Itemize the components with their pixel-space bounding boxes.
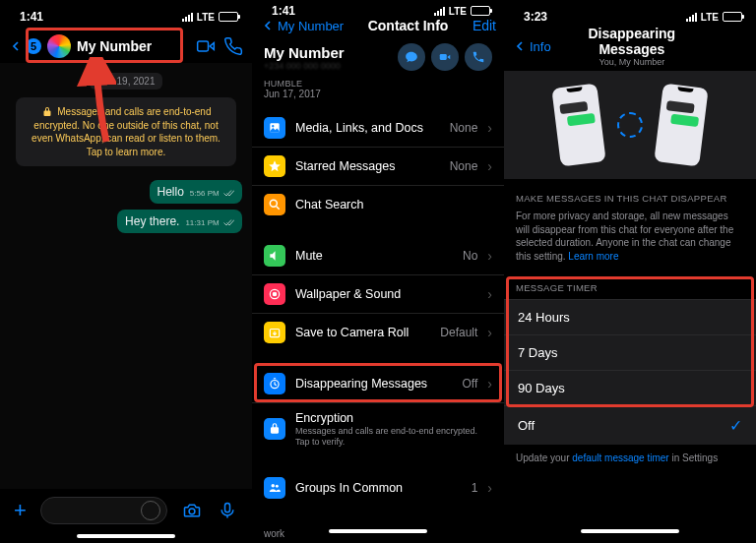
mic-button[interactable] [217, 500, 238, 521]
svg-point-10 [270, 200, 277, 207]
status-bar: 1:41 LTE [0, 0, 252, 30]
contact-phone-blurred: +234 000 000 0000 [264, 61, 392, 71]
network-label: LTE [197, 12, 215, 23]
search-row[interactable]: Chat Search [252, 185, 504, 223]
camera-button[interactable] [181, 500, 203, 521]
voice-call-icon[interactable] [222, 35, 244, 57]
lock-icon [264, 418, 285, 440]
battery-icon [723, 12, 742, 22]
timer-option-off[interactable]: Off✓ [504, 405, 756, 445]
starred-row[interactable]: Starred Messages None› [252, 147, 504, 185]
battery-icon [471, 6, 490, 16]
network-label: LTE [701, 12, 719, 23]
attach-button[interactable]: + [14, 498, 27, 523]
svg-rect-0 [198, 41, 209, 51]
status-time: 1:41 [20, 10, 43, 24]
groups-row[interactable]: Groups In Common 1› [252, 469, 504, 507]
edit-button[interactable]: Edit [472, 18, 496, 33]
call-action-icon[interactable] [465, 43, 492, 71]
svg-rect-4 [225, 504, 230, 513]
message-bubble[interactable]: Hey there.11:31 PM [117, 210, 242, 233]
groups-icon [264, 477, 285, 499]
video-action-icon[interactable] [431, 43, 459, 71]
message-bubble[interactable]: Hello5:56 PM [150, 180, 243, 204]
search-icon [264, 194, 285, 215]
chat-title[interactable]: My Number [77, 38, 189, 54]
screen-subtitle: You, My Number [557, 57, 707, 67]
message-action-icon[interactable] [398, 43, 425, 71]
svg-marker-1 [210, 43, 214, 50]
camera-roll-row[interactable]: Save to Camera Roll Default› [252, 313, 504, 351]
svg-point-17 [276, 484, 279, 487]
contact-navbar: My Number Contact Info Edit [252, 18, 504, 33]
video-call-icon[interactable] [195, 35, 217, 57]
mute-icon [264, 245, 285, 267]
media-row[interactable]: Media, Links, and Docs None› [252, 109, 504, 147]
illustration [504, 71, 756, 179]
encryption-row[interactable]: Encryption Messages and calls are end-to… [252, 402, 504, 455]
contact-name: My Number [264, 44, 392, 61]
chat-body[interactable]: Feb 19, 2021 Messages and calls are end-… [0, 63, 252, 489]
phone-illustration-left [551, 83, 605, 166]
check-icon: ✓ [729, 416, 742, 435]
svg-marker-9 [269, 160, 281, 171]
home-indicator[interactable] [77, 534, 175, 538]
timer-option-90d[interactable]: 90 Days [504, 370, 756, 405]
chat-navbar: 5 My Number [0, 30, 252, 63]
network-label: LTE [449, 6, 467, 17]
svg-point-8 [272, 125, 274, 127]
battery-icon [219, 12, 238, 22]
timer-options: 24 Hours 7 Days 90 Days [504, 299, 756, 405]
timer-illustration-icon [617, 112, 643, 138]
mute-row[interactable]: Mute No› [252, 237, 504, 274]
back-button[interactable]: My Number [260, 18, 344, 33]
wallpaper-icon [264, 283, 285, 305]
back-button[interactable]: Info [512, 38, 551, 54]
contact-info-screen: 1:41 LTE My Number Contact Info Edit My … [252, 0, 504, 543]
timer-option-24h[interactable]: 24 Hours [504, 299, 756, 334]
message-input[interactable] [40, 497, 167, 524]
svg-point-16 [272, 484, 276, 488]
signal-icon [434, 7, 445, 16]
lock-icon [41, 106, 53, 118]
date-pill: Feb 19, 2021 [90, 73, 163, 90]
disappearing-row[interactable]: Disappearing Messages Off› [252, 365, 504, 402]
sticker-icon[interactable] [141, 501, 160, 520]
home-indicator[interactable] [329, 529, 427, 533]
svg-rect-5 [440, 54, 447, 60]
footer-note: Update your default message timer in Set… [504, 445, 756, 471]
description: For more privacy and storage, all new me… [504, 210, 756, 276]
star-icon [264, 155, 285, 177]
chat-screen: 1:41 LTE 5 My Number Feb 19, 2021 Messa [0, 0, 252, 543]
signal-icon [182, 13, 193, 22]
timer-icon [264, 373, 285, 394]
encryption-notice[interactable]: Messages and calls are end-to-end encryp… [16, 97, 236, 166]
svg-point-3 [189, 509, 195, 514]
input-bar: + [0, 489, 252, 530]
default-timer-link[interactable]: default message timer [572, 452, 668, 463]
contact-header: My Number +234 000 000 0000 [252, 33, 504, 79]
dm-navbar: Info Disappearing Messages You, My Numbe… [504, 30, 756, 63]
phone-illustration-right [654, 83, 708, 166]
wallpaper-row[interactable]: Wallpaper & Sound› [252, 274, 504, 313]
disappearing-screen: 3:23 LTE Info Disappearing Messages You,… [504, 0, 756, 543]
back-button[interactable]: 5 [8, 38, 41, 54]
svg-line-11 [277, 207, 280, 210]
timer-option-7d[interactable]: 7 Days [504, 334, 756, 370]
media-icon [264, 117, 285, 139]
section-caption: MAKE MESSAGES IN THIS CHAT DISAPPEAR [504, 179, 756, 210]
learn-more-link[interactable]: Learn more [568, 251, 618, 262]
contact-avatar[interactable] [47, 34, 71, 58]
screen-title: Contact Info [349, 18, 467, 33]
status-time: 1:41 [272, 4, 295, 18]
read-checks-icon [222, 187, 234, 199]
home-indicator[interactable] [581, 529, 679, 533]
svg-marker-6 [447, 55, 450, 60]
status-bar: 1:41 LTE [252, 0, 504, 18]
signal-icon [686, 13, 697, 22]
read-checks-icon [222, 216, 234, 228]
status-time: 3:23 [524, 10, 547, 24]
screen-title: Disappearing Messages [557, 26, 707, 57]
unread-badge: 5 [26, 38, 41, 54]
about-section: HUMBLE Jun 17, 2017 [252, 79, 504, 109]
